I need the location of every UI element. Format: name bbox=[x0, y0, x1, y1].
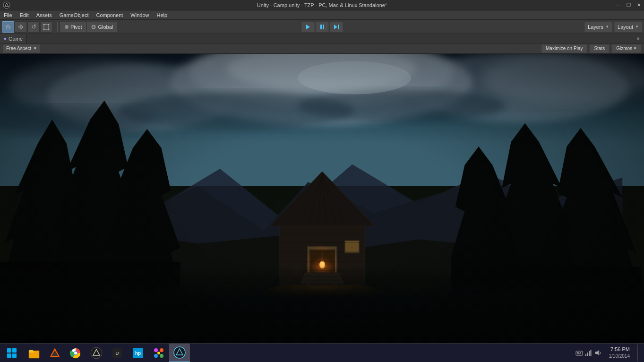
svg-point-73 bbox=[74, 352, 77, 354]
tool-group: ↺ bbox=[2, 21, 52, 33]
game-canvas bbox=[0, 54, 644, 348]
menu-gameobject[interactable]: GameObject bbox=[56, 11, 93, 19]
svg-point-80 bbox=[154, 348, 158, 352]
taskbar: U hp bbox=[0, 343, 644, 362]
svg-point-4 bbox=[48, 24, 50, 25]
toolbar-right: Layers ▼ Layout ▼ bbox=[584, 22, 642, 32]
play-button[interactable] bbox=[301, 22, 315, 32]
separator-1 bbox=[57, 22, 58, 32]
svg-rect-88 bbox=[577, 352, 578, 353]
game-tab-label: Game bbox=[9, 36, 23, 42]
global-button[interactable]: Global bbox=[87, 22, 117, 32]
global-label: Global bbox=[98, 24, 113, 30]
svg-point-81 bbox=[160, 348, 163, 352]
keyboard-icon[interactable] bbox=[575, 349, 584, 357]
gizmos-arrow-icon: ▼ bbox=[633, 46, 637, 51]
step-button[interactable] bbox=[330, 22, 343, 32]
clock-time: 7:56 PM bbox=[609, 346, 630, 353]
window-title: Unity - Camp.unity - TZP - PC, Mac & Lin… bbox=[0, 2, 644, 8]
chrome-icon[interactable] bbox=[65, 344, 86, 362]
svg-rect-11 bbox=[320, 25, 322, 29]
aspect-label: Free Aspect bbox=[6, 46, 31, 51]
move-tool-button[interactable] bbox=[15, 21, 27, 33]
titlebar-left bbox=[0, 1, 10, 9]
menu-edit[interactable]: Edit bbox=[16, 11, 33, 19]
windows-logo-icon bbox=[7, 348, 17, 358]
volume-icon[interactable] bbox=[594, 349, 602, 357]
svg-point-83 bbox=[160, 354, 163, 358]
pivot-global-group: Pivot Global bbox=[60, 22, 117, 32]
hand-tool-button[interactable] bbox=[2, 21, 14, 33]
svg-text:U: U bbox=[116, 351, 119, 356]
svg-rect-93 bbox=[587, 353, 588, 356]
clock-date: 1/10/2014 bbox=[609, 353, 630, 360]
start-button[interactable] bbox=[0, 344, 24, 362]
titlebar-controls: ─ ❐ ✕ bbox=[613, 0, 644, 10]
layout-arrow-icon: ▼ bbox=[635, 25, 639, 29]
file-explorer-icon[interactable] bbox=[24, 344, 44, 362]
toolbar: ↺ Pivot Global Layers ▼ bbox=[0, 20, 644, 34]
svg-marker-39 bbox=[270, 172, 374, 226]
game-tab[interactable]: ● Game bbox=[0, 34, 27, 43]
aspectbar-right: Maximize on Play Stats Gizmos ▼ bbox=[541, 44, 641, 53]
menu-help[interactable]: Help bbox=[153, 11, 171, 19]
pivot-button[interactable]: Pivot bbox=[60, 22, 86, 32]
svg-rect-91 bbox=[577, 353, 581, 354]
svg-rect-90 bbox=[580, 352, 581, 353]
svg-point-82 bbox=[154, 354, 158, 358]
game-view: ● Game ≡ Free Aspect ▼ Maximize on Play … bbox=[0, 34, 644, 348]
system-clock[interactable]: 7:56 PM 1/10/2014 bbox=[606, 346, 633, 360]
menu-component[interactable]: Component bbox=[92, 11, 127, 19]
svg-rect-87 bbox=[576, 351, 583, 355]
restore-button[interactable]: ❐ bbox=[623, 0, 634, 10]
layers-arrow-icon: ▼ bbox=[605, 25, 609, 29]
game-tab-bar: ● Game ≡ bbox=[0, 34, 644, 43]
svg-point-84 bbox=[157, 352, 160, 354]
vlc-icon[interactable] bbox=[44, 344, 65, 362]
svg-point-25 bbox=[298, 61, 411, 95]
network-icon[interactable] bbox=[584, 349, 593, 357]
game-tab-icon: ● bbox=[4, 36, 7, 41]
pause-button[interactable] bbox=[316, 22, 329, 32]
unity-hub-icon[interactable]: U bbox=[107, 344, 128, 362]
menu-file[interactable]: File bbox=[0, 11, 16, 19]
aspect-dropdown[interactable]: Free Aspect ▼ bbox=[3, 44, 40, 53]
paint-icon[interactable] bbox=[148, 344, 169, 362]
svg-rect-14 bbox=[338, 25, 339, 29]
svg-rect-70 bbox=[52, 356, 57, 357]
trees-left-layer bbox=[0, 89, 180, 295]
rect-tool-button[interactable] bbox=[40, 21, 52, 33]
layout-dropdown[interactable]: Layout ▼ bbox=[614, 22, 642, 32]
tab-menu-button[interactable]: ≡ bbox=[635, 35, 642, 43]
show-desktop-button[interactable] bbox=[637, 345, 640, 362]
stats-button[interactable]: Stats bbox=[590, 44, 609, 53]
gizmos-button[interactable]: Gizmos ▼ bbox=[612, 44, 641, 53]
unity-small-icon[interactable] bbox=[86, 344, 107, 362]
menu-window[interactable]: Window bbox=[127, 11, 153, 19]
maximize-on-play-button[interactable]: Maximize on Play bbox=[541, 44, 587, 53]
minimize-button[interactable]: ─ bbox=[613, 0, 623, 10]
taskbar-right: 7:56 PM 1/10/2014 bbox=[575, 345, 644, 362]
layers-dropdown[interactable]: Layers ▼ bbox=[584, 22, 612, 32]
stats-label: Stats bbox=[594, 46, 605, 51]
svg-point-6 bbox=[48, 28, 50, 30]
svg-rect-12 bbox=[323, 25, 324, 29]
svg-marker-96 bbox=[595, 350, 599, 355]
gametab-right: ≡ bbox=[635, 35, 644, 43]
pivot-dot bbox=[65, 25, 69, 29]
refresh-button[interactable]: ↺ bbox=[27, 21, 40, 33]
play-controls bbox=[301, 22, 343, 32]
unity-active-icon[interactable] bbox=[169, 344, 190, 362]
layout-label: Layout bbox=[618, 24, 633, 30]
title-bar: Unity - Camp.unity - TZP - PC, Mac & Lin… bbox=[0, 0, 644, 10]
svg-rect-59 bbox=[345, 241, 359, 252]
aspect-bar: Free Aspect ▼ Maximize on Play Stats Giz… bbox=[0, 43, 644, 54]
svg-rect-89 bbox=[578, 352, 579, 353]
svg-point-22 bbox=[298, 90, 506, 123]
notification-area bbox=[575, 349, 602, 357]
menu-assets[interactable]: Assets bbox=[33, 11, 56, 19]
close-button[interactable]: ✕ bbox=[634, 0, 644, 10]
hp-icon[interactable]: hp bbox=[128, 344, 148, 362]
pivot-label: Pivot bbox=[70, 24, 82, 30]
svg-rect-67 bbox=[29, 350, 33, 352]
